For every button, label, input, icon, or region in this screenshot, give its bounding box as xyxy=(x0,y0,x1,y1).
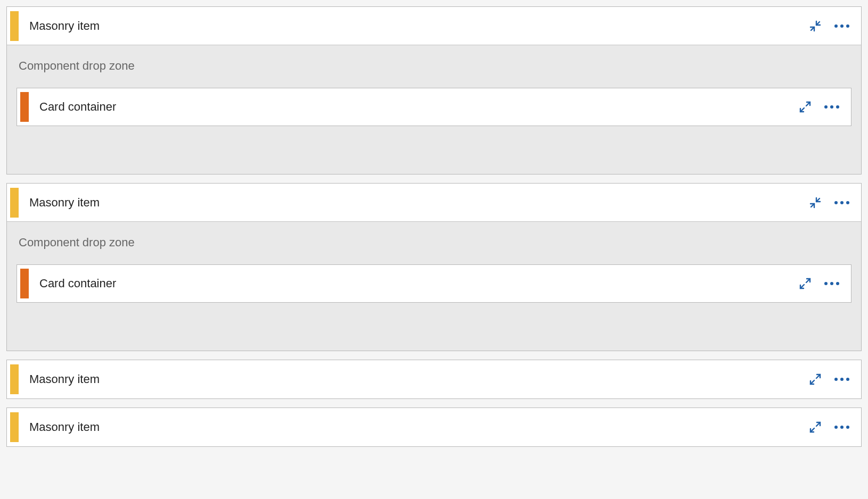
masonry-item-header[interactable]: Masonry item xyxy=(7,7,861,45)
collapse-icon[interactable] xyxy=(808,19,823,34)
card-container-title: Card container xyxy=(39,277,798,290)
header-actions xyxy=(798,276,851,291)
card-container-title: Card container xyxy=(39,100,798,114)
masonry-item-title: Masonry item xyxy=(29,19,808,33)
masonry-item-block: Masonry item xyxy=(6,360,862,399)
color-tab-card xyxy=(20,92,29,122)
masonry-item-block: Masonry item Component drop zone xyxy=(6,6,862,174)
component-drop-zone[interactable]: Component drop zone Card container xyxy=(7,45,861,174)
more-icon[interactable] xyxy=(824,99,839,114)
more-icon[interactable] xyxy=(834,19,849,34)
masonry-item-header[interactable]: Masonry item xyxy=(7,408,861,446)
masonry-item-title: Masonry item xyxy=(29,196,808,210)
more-icon[interactable] xyxy=(834,420,849,435)
expand-icon[interactable] xyxy=(798,276,813,291)
color-tab-masonry xyxy=(10,364,19,394)
card-container-block[interactable]: Card container xyxy=(17,264,851,303)
masonry-item-title: Masonry item xyxy=(29,420,808,434)
masonry-item-title: Masonry item xyxy=(29,372,808,386)
collapse-icon[interactable] xyxy=(808,195,823,210)
component-drop-zone[interactable]: Component drop zone Card container xyxy=(7,222,861,351)
expand-icon[interactable] xyxy=(798,99,813,114)
header-actions xyxy=(798,99,851,114)
masonry-item-header[interactable]: Masonry item xyxy=(7,360,861,398)
more-icon[interactable] xyxy=(834,195,849,210)
card-container-block[interactable]: Card container xyxy=(17,88,851,126)
masonry-item-block: Masonry item xyxy=(6,407,862,447)
masonry-item-block: Masonry item Component drop zone xyxy=(6,183,862,351)
header-actions xyxy=(808,19,861,34)
drop-zone-label: Component drop zone xyxy=(19,236,851,250)
expand-icon[interactable] xyxy=(808,372,823,387)
drop-zone-label: Component drop zone xyxy=(19,59,851,73)
component-tree: Masonry item Component drop zone xyxy=(0,0,868,447)
more-icon[interactable] xyxy=(834,372,849,387)
color-tab-masonry xyxy=(10,412,19,442)
expand-icon[interactable] xyxy=(808,420,823,435)
header-actions xyxy=(808,420,861,435)
header-actions xyxy=(808,372,861,387)
color-tab-masonry xyxy=(10,188,19,218)
more-icon[interactable] xyxy=(824,276,839,291)
color-tab-masonry xyxy=(10,11,19,41)
masonry-item-header[interactable]: Masonry item xyxy=(7,184,861,222)
color-tab-card xyxy=(20,269,29,298)
header-actions xyxy=(808,195,861,210)
